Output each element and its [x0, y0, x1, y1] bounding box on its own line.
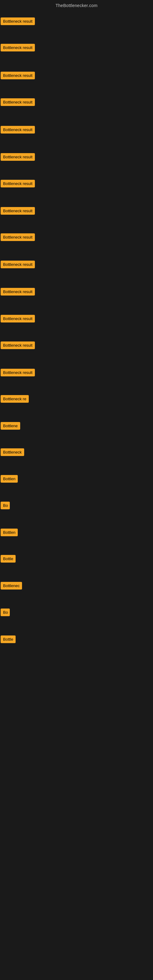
- bottleneck-badge-5[interactable]: Bottleneck result: [1, 126, 35, 134]
- bottleneck-badge-7[interactable]: Bottleneck result: [1, 180, 35, 188]
- bottleneck-badge-16[interactable]: Bottlene: [1, 422, 20, 430]
- bottleneck-badge-23[interactable]: Bo: [1, 609, 10, 616]
- bottleneck-badge-3[interactable]: Bottleneck result: [1, 72, 35, 79]
- bottleneck-badge-9[interactable]: Bottleneck result: [1, 233, 35, 241]
- bottleneck-badge-12[interactable]: Bottleneck result: [1, 315, 35, 323]
- result-row-3: Bottleneck result: [1, 72, 35, 81]
- site-title: TheBottlenecker.com: [0, 0, 153, 10]
- result-row-11: Bottleneck result: [1, 288, 35, 297]
- bottleneck-badge-18[interactable]: Bottlen: [1, 475, 18, 483]
- result-row-20: Bottlen: [1, 528, 18, 538]
- bottleneck-badge-4[interactable]: Bottleneck result: [1, 98, 35, 106]
- result-row-23: Bo: [1, 609, 10, 617]
- result-row-17: Bottleneck: [1, 449, 24, 457]
- result-row-19: Bo: [1, 502, 10, 511]
- result-row-24: Bottle: [1, 635, 16, 644]
- bottleneck-badge-1[interactable]: Bottleneck result: [1, 18, 35, 25]
- bottleneck-badge-19[interactable]: Bo: [1, 502, 10, 509]
- bottleneck-badge-24[interactable]: Bottle: [1, 635, 16, 643]
- bottleneck-badge-8[interactable]: Bottleneck result: [1, 207, 35, 215]
- page-wrapper: TheBottlenecker.com Bottleneck resultBot…: [0, 0, 153, 980]
- result-row-21: Bottle: [1, 555, 16, 564]
- bottleneck-badge-14[interactable]: Bottleneck result: [1, 369, 35, 376]
- result-row-12: Bottleneck result: [1, 315, 35, 324]
- result-row-10: Bottleneck result: [1, 261, 35, 269]
- bottleneck-badge-13[interactable]: Bottleneck result: [1, 342, 35, 349]
- result-row-13: Bottleneck result: [1, 342, 35, 350]
- bottleneck-badge-15[interactable]: Bottleneck re: [1, 395, 29, 403]
- result-row-4: Bottleneck result: [1, 98, 35, 107]
- result-row-22: Bottlenec: [1, 582, 22, 591]
- result-row-8: Bottleneck result: [1, 207, 35, 216]
- result-row-7: Bottleneck result: [1, 180, 35, 189]
- bottleneck-badge-22[interactable]: Bottlenec: [1, 582, 22, 590]
- bottleneck-badge-2[interactable]: Bottleneck result: [1, 44, 35, 51]
- bottleneck-badge-10[interactable]: Bottleneck result: [1, 261, 35, 268]
- bottleneck-badge-20[interactable]: Bottlen: [1, 528, 18, 536]
- result-row-14: Bottleneck result: [1, 369, 35, 378]
- bottleneck-badge-17[interactable]: Bottleneck: [1, 449, 24, 456]
- result-row-2: Bottleneck result: [1, 44, 35, 52]
- result-row-5: Bottleneck result: [1, 126, 35, 135]
- result-row-18: Bottlen: [1, 475, 18, 484]
- bottleneck-badge-11[interactable]: Bottleneck result: [1, 288, 35, 296]
- result-row-9: Bottleneck result: [1, 233, 35, 242]
- bottleneck-badge-21[interactable]: Bottle: [1, 555, 16, 563]
- bottleneck-badge-6[interactable]: Bottleneck result: [1, 153, 35, 161]
- result-row-1: Bottleneck result: [1, 18, 35, 26]
- result-row-16: Bottlene: [1, 422, 20, 431]
- result-row-6: Bottleneck result: [1, 153, 35, 162]
- result-row-15: Bottleneck re: [1, 395, 29, 404]
